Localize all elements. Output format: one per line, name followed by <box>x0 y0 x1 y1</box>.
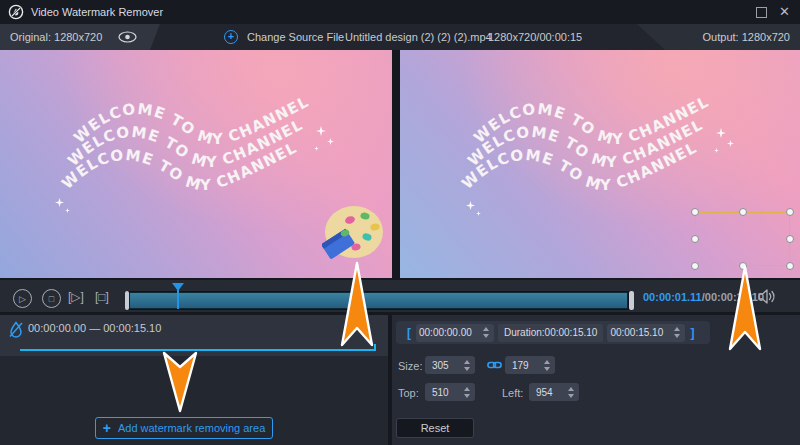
spinner-up-icon[interactable] <box>568 387 574 391</box>
selection-handle[interactable] <box>739 262 747 270</box>
area-settings-panel: [ Duration:00:00:15.10 ] Size: <box>392 315 800 445</box>
stop-button[interactable]: □ <box>42 289 61 308</box>
toolbar: Original: 1280x720 + Change Source File … <box>0 24 800 50</box>
timeline-grip-right[interactable] <box>629 291 634 310</box>
spinner-down-icon[interactable] <box>568 394 574 398</box>
start-time-spinner[interactable] <box>481 327 491 338</box>
app-logo-icon <box>8 4 24 20</box>
spinner-up-icon[interactable] <box>544 360 550 364</box>
height-spinbox <box>505 356 555 374</box>
frame-stop-icon: □ <box>98 290 105 304</box>
size-label: Size: <box>398 360 422 372</box>
selection-box[interactable] <box>695 212 790 266</box>
plus-icon: + <box>224 30 238 44</box>
frame-play-icon: ▷ <box>71 290 80 304</box>
time-range-group: [ Duration:00:00:15.10 ] <box>396 321 710 344</box>
frame-stop-button[interactable]: [□] <box>95 289 109 308</box>
left-spinner[interactable] <box>566 387 576 398</box>
eye-icon[interactable] <box>118 31 137 43</box>
total-time: /00:00:15.10 <box>702 291 764 303</box>
height-input[interactable] <box>508 360 542 371</box>
watermark-track-panel: 00:00:00.00 — 00:00:15.10 + Add watermar… <box>0 315 388 445</box>
start-time-spinbox <box>416 324 494 342</box>
timeline-track[interactable] <box>125 291 634 310</box>
height-spinner[interactable] <box>542 360 552 371</box>
selection-handle[interactable] <box>786 235 794 243</box>
stop-icon: □ <box>49 294 54 304</box>
add-watermark-area-label: Add watermark removing area <box>118 422 265 434</box>
bracket-icon: ] <box>81 290 84 304</box>
output-label: Output: 1280x720 <box>703 31 790 43</box>
timeline-grip-left[interactable] <box>125 291 129 310</box>
playback-bar: ▷ □ [▷] [□] 00:00:01.11/00:00:15.10 <box>0 278 800 312</box>
bracket-close: ] <box>685 326 699 340</box>
end-time-spinbox <box>607 324 685 342</box>
area-track-line[interactable] <box>20 349 376 351</box>
left-spinbox <box>529 383 579 401</box>
spinner-up-icon[interactable] <box>464 360 470 364</box>
playhead[interactable] <box>171 283 184 309</box>
reset-button[interactable]: Reset <box>396 418 474 438</box>
window-title: Video Watermark Remover <box>31 6 163 18</box>
app-window: Video Watermark Remover ✕ Original: 1280… <box>0 0 800 445</box>
top-spinbox <box>425 383 475 401</box>
selection-handle[interactable] <box>739 208 747 216</box>
width-input[interactable] <box>428 360 462 371</box>
change-source-button[interactable]: + Change Source File <box>224 24 344 50</box>
spinner-up-icon[interactable] <box>483 327 489 331</box>
sticker-watermark <box>322 205 384 261</box>
selection-handle[interactable] <box>691 235 699 243</box>
preview-area: WELCOME TO MY CHANNEL WELCOME TO MY CHAN… <box>0 50 800 278</box>
file-name: Untitled design (2) (2) (2).mp4 <box>345 24 492 50</box>
spinner-down-icon[interactable] <box>464 394 470 398</box>
frame-play-button[interactable]: [▷] <box>68 289 84 308</box>
droplet-slash-icon <box>9 321 23 338</box>
original-label: Original: 1280x720 <box>10 31 102 43</box>
spinner-down-icon[interactable] <box>544 367 550 371</box>
bottom-section: 00:00:00.00 — 00:00:15.10 + Add watermar… <box>0 312 800 445</box>
play-icon: ▷ <box>19 294 26 304</box>
titlebar: Video Watermark Remover ✕ <box>0 0 800 24</box>
width-spinner[interactable] <box>462 360 472 371</box>
selection-handle[interactable] <box>786 208 794 216</box>
link-ratio-icon[interactable] <box>487 358 502 372</box>
start-time-input[interactable] <box>419 327 481 338</box>
end-time-input[interactable] <box>610 327 672 338</box>
top-label: Top: <box>398 387 419 399</box>
time-display: 00:00:01.11/00:00:15.10 <box>643 280 764 314</box>
current-time: 00:00:01.11 <box>643 291 702 303</box>
width-spinbox <box>425 356 475 374</box>
play-button[interactable]: ▷ <box>13 289 32 308</box>
timeline-fill <box>129 292 628 309</box>
plus-icon: + <box>103 422 111 434</box>
close-button[interactable]: ✕ <box>777 0 792 24</box>
duration-label: Duration:00:00:15.10 <box>498 324 603 342</box>
top-spinner[interactable] <box>462 387 472 398</box>
left-input[interactable] <box>532 387 566 398</box>
watermark-track-card[interactable]: 00:00:00.00 — 00:00:15.10 <box>0 315 388 356</box>
selection-handle[interactable] <box>786 262 794 270</box>
preview-output: WELCOME TO MY CHANNEL WELCOME TO MY CHAN… <box>400 50 800 278</box>
volume-icon[interactable] <box>757 288 777 305</box>
spinner-down-icon[interactable] <box>464 367 470 371</box>
add-watermark-area-button[interactable]: + Add watermark removing area <box>95 417 273 439</box>
selection-handle[interactable] <box>691 208 699 216</box>
spinner-down-icon[interactable] <box>483 334 489 338</box>
preview-original: WELCOME TO MY CHANNEL WELCOME TO MY CHAN… <box>0 50 392 278</box>
spinner-up-icon[interactable] <box>674 327 680 331</box>
change-source-label: Change Source File <box>247 31 344 43</box>
bracket-icon: ] <box>106 290 109 304</box>
selection-handle[interactable] <box>691 262 699 270</box>
area-track-end-tick <box>374 344 376 351</box>
top-input[interactable] <box>428 387 462 398</box>
left-label: Left: <box>502 387 523 399</box>
output-tab: Output: 1280x720 <box>637 24 800 50</box>
bracket-open: [ <box>402 326 416 340</box>
end-time-spinner[interactable] <box>672 327 682 338</box>
file-info: 1280x720/00:00:15 <box>488 24 582 50</box>
maximize-button[interactable] <box>756 7 767 18</box>
spinner-up-icon[interactable] <box>464 387 470 391</box>
clip-range-label: 00:00:00.00 — 00:00:15.10 <box>28 322 161 334</box>
spinner-down-icon[interactable] <box>674 334 680 338</box>
playhead-line <box>177 290 179 309</box>
